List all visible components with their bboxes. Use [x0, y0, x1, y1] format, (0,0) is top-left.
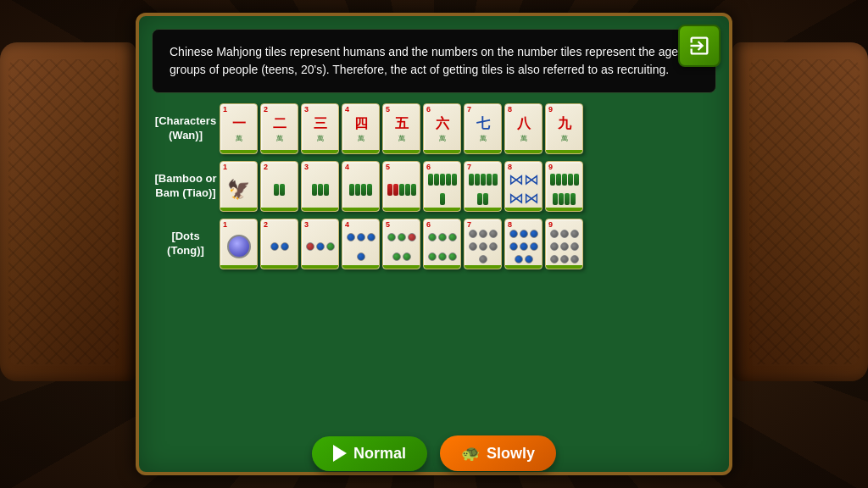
tile-bam-7: 7: [464, 161, 502, 212]
slowly-label: Slowly: [487, 445, 535, 463]
tile-wan-9: 9 九 萬: [545, 103, 583, 154]
tile-wan-5: 5 五 萬: [382, 103, 420, 154]
tile-wan-4: 4 四 萬: [342, 103, 380, 154]
tile-dot-5: 5: [382, 219, 420, 269]
tile-dot-1: 1: [220, 219, 258, 269]
tile-wan-8: 8 八 萬: [504, 103, 542, 154]
tile-dot-2: 2: [260, 219, 298, 269]
tile-wan-2: 2 二 萬: [260, 103, 298, 154]
play-icon: [333, 445, 347, 462]
bamboo-section: [Bamboo or Bam (Tiao)] 1 🦅 2 3: [152, 161, 716, 212]
description-box: Chinese Mahjong tiles represent humans a…: [152, 29, 716, 93]
bottom-bar: Normal 🐢 Slowly: [312, 435, 556, 471]
slowly-button[interactable]: 🐢 Slowly: [440, 435, 556, 471]
tile-dot-6: 6: [423, 219, 461, 269]
tile-bam-1: 1 🦅: [220, 161, 258, 212]
chair-right: [732, 42, 868, 381]
turtle-icon: 🐢: [461, 444, 480, 463]
normal-label: Normal: [353, 445, 406, 463]
dots-label: [Dots (Tong)]: [152, 230, 220, 258]
tile-bam-9: 9: [545, 161, 583, 212]
tile-bam-8: 8 ⋈⋈⋈⋈: [504, 161, 542, 212]
tile-bam-3: 3: [301, 161, 339, 212]
main-board: Chinese Mahjong tiles represent humans a…: [136, 13, 732, 475]
dots-section: [Dots (Tong)] 1 2 3: [152, 219, 716, 269]
tile-bam-6: 6: [423, 161, 461, 212]
wan-tiles-row: 1 一 萬 2 二 萬 3 三 萬 4 四 萬 5 五 萬: [220, 103, 716, 154]
chair-left: [0, 42, 136, 381]
tile-dot-8: 8: [504, 219, 542, 269]
dots-tiles-row: 1 2 3 4: [220, 219, 716, 269]
tile-dot-7: 7: [464, 219, 502, 269]
bamboo-tiles-row: 1 🦅 2 3 4: [220, 161, 716, 212]
tile-wan-6: 6 六 萬: [423, 103, 461, 154]
tile-wan-3: 3 三 萬: [301, 103, 339, 154]
wan-section: [Characters (Wan)] 1 一 萬 2 二 萬 3 三 萬 4 四…: [152, 103, 716, 154]
exit-button[interactable]: [678, 25, 721, 67]
tile-wan-7: 7 七 萬: [464, 103, 502, 154]
tile-dot-4: 4: [342, 219, 380, 269]
wan-label: [Characters (Wan)]: [152, 114, 220, 143]
tile-dot-3: 3: [301, 219, 339, 269]
bamboo-label: [Bamboo or Bam (Tiao)]: [152, 172, 220, 201]
description-text: Chinese Mahjong tiles represent humans a…: [170, 43, 698, 79]
tile-bam-5: 5: [382, 161, 420, 212]
tile-wan-1: 1 一 萬: [220, 103, 258, 154]
exit-icon: [687, 34, 711, 58]
tile-dot-9: 9: [545, 219, 583, 269]
tile-bam-4: 4: [342, 161, 380, 212]
normal-button[interactable]: Normal: [312, 436, 427, 471]
tile-bam-2: 2: [260, 161, 298, 212]
